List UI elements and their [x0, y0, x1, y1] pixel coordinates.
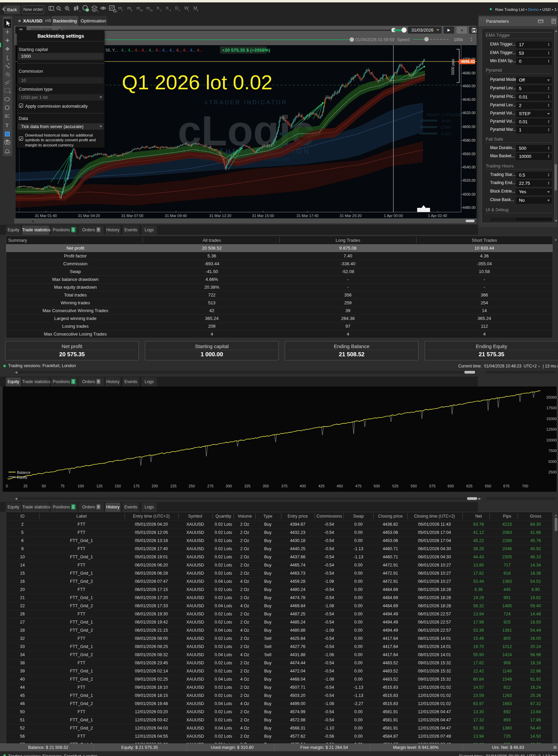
svg-text:h: h	[166, 5, 168, 11]
svg-text:CONF: CONF	[441, 126, 452, 129]
svg-text:EXEC: EXEC	[441, 132, 451, 136]
svg-text:1: 1	[160, 9, 162, 12]
svg-text:T: T	[5, 123, 8, 128]
svg-text:READY // STANDBY: READY // STANDBY	[427, 113, 464, 117]
svg-text:D: D	[175, 5, 178, 11]
svg-text:30: 30	[150, 9, 153, 12]
svg-text:h: h	[157, 5, 159, 11]
svg-text:1: 1	[188, 9, 189, 12]
svg-text:F: F	[10, 91, 11, 94]
svg-text:38: 38	[86, 9, 89, 11]
svg-text:5000 pips: 5000 pips	[451, 59, 455, 75]
svg-text:cTRADER INDICATOR: cTRADER INDICATOR	[205, 99, 287, 106]
svg-text:5: 5	[131, 9, 132, 12]
svg-text:15: 15	[140, 9, 143, 12]
svg-text:1: 1	[179, 9, 180, 12]
svg-text:1: 1	[122, 9, 123, 12]
svg-text:RISK: RISK	[442, 119, 451, 123]
svg-text:4: 4	[169, 9, 171, 12]
